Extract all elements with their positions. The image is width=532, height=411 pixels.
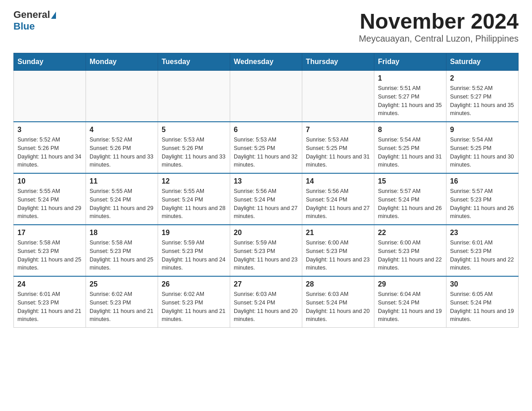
calendar-cell: 27Sunrise: 6:03 AM Sunset: 5:24 PM Dayli… bbox=[230, 276, 302, 328]
day-info: Sunrise: 5:58 AM Sunset: 5:23 PM Dayligh… bbox=[90, 239, 154, 272]
day-info: Sunrise: 6:02 AM Sunset: 5:23 PM Dayligh… bbox=[90, 290, 154, 324]
calendar-cell: 17Sunrise: 5:58 AM Sunset: 5:23 PM Dayli… bbox=[14, 225, 86, 276]
calendar-cell: 4Sunrise: 5:52 AM Sunset: 5:26 PM Daylig… bbox=[86, 122, 158, 173]
col-header-saturday: Saturday bbox=[446, 53, 519, 71]
day-number: 30 bbox=[450, 280, 515, 288]
day-number: 12 bbox=[162, 177, 226, 185]
col-header-wednesday: Wednesday bbox=[230, 53, 302, 71]
day-info: Sunrise: 6:00 AM Sunset: 5:23 PM Dayligh… bbox=[378, 239, 442, 272]
calendar-cell: 15Sunrise: 5:57 AM Sunset: 5:24 PM Dayli… bbox=[374, 173, 446, 225]
day-number: 7 bbox=[306, 126, 370, 134]
calendar-cell: 2Sunrise: 5:52 AM Sunset: 5:27 PM Daylig… bbox=[446, 71, 519, 122]
day-info: Sunrise: 6:00 AM Sunset: 5:23 PM Dayligh… bbox=[306, 239, 370, 272]
day-info: Sunrise: 5:59 AM Sunset: 5:23 PM Dayligh… bbox=[234, 239, 298, 272]
col-header-friday: Friday bbox=[374, 53, 446, 71]
day-number: 23 bbox=[450, 229, 515, 237]
day-info: Sunrise: 6:01 AM Sunset: 5:23 PM Dayligh… bbox=[17, 290, 82, 324]
title-block: November 2024 Meycauayan, Central Luzon,… bbox=[359, 9, 519, 44]
day-number: 10 bbox=[17, 177, 82, 185]
day-info: Sunrise: 5:54 AM Sunset: 5:25 PM Dayligh… bbox=[450, 136, 515, 169]
calendar-cell: 10Sunrise: 5:55 AM Sunset: 5:24 PM Dayli… bbox=[14, 173, 86, 225]
day-number: 11 bbox=[90, 177, 154, 185]
day-info: Sunrise: 5:52 AM Sunset: 5:26 PM Dayligh… bbox=[90, 136, 154, 169]
day-info: Sunrise: 6:03 AM Sunset: 5:24 PM Dayligh… bbox=[306, 290, 370, 324]
calendar-cell: 8Sunrise: 5:54 AM Sunset: 5:25 PM Daylig… bbox=[374, 122, 446, 173]
calendar-week-1: 1Sunrise: 5:51 AM Sunset: 5:27 PM Daylig… bbox=[14, 71, 519, 122]
calendar-cell: 11Sunrise: 5:55 AM Sunset: 5:24 PM Dayli… bbox=[86, 173, 158, 225]
calendar-table: SundayMondayTuesdayWednesdayThursdayFrid… bbox=[13, 53, 519, 328]
day-number: 16 bbox=[450, 177, 515, 185]
day-number: 27 bbox=[234, 280, 298, 288]
calendar-cell: 6Sunrise: 5:53 AM Sunset: 5:25 PM Daylig… bbox=[230, 122, 302, 173]
calendar-cell: 24Sunrise: 6:01 AM Sunset: 5:23 PM Dayli… bbox=[14, 276, 86, 328]
calendar-header-row: SundayMondayTuesdayWednesdayThursdayFrid… bbox=[14, 53, 519, 71]
calendar-cell: 25Sunrise: 6:02 AM Sunset: 5:23 PM Dayli… bbox=[86, 276, 158, 328]
day-number: 17 bbox=[17, 229, 82, 237]
day-info: Sunrise: 5:53 AM Sunset: 5:25 PM Dayligh… bbox=[234, 136, 298, 169]
day-info: Sunrise: 5:52 AM Sunset: 5:26 PM Dayligh… bbox=[17, 136, 82, 169]
calendar-cell: 9Sunrise: 5:54 AM Sunset: 5:25 PM Daylig… bbox=[446, 122, 519, 173]
logo: General Blue bbox=[13, 9, 56, 33]
day-info: Sunrise: 5:56 AM Sunset: 5:24 PM Dayligh… bbox=[306, 187, 370, 221]
calendar-cell: 20Sunrise: 5:59 AM Sunset: 5:23 PM Dayli… bbox=[230, 225, 302, 276]
col-header-monday: Monday bbox=[86, 53, 158, 71]
calendar-week-4: 17Sunrise: 5:58 AM Sunset: 5:23 PM Dayli… bbox=[14, 225, 519, 276]
day-info: Sunrise: 5:52 AM Sunset: 5:27 PM Dayligh… bbox=[450, 84, 515, 118]
calendar-cell bbox=[158, 71, 230, 122]
calendar-cell bbox=[14, 71, 86, 122]
day-number: 9 bbox=[450, 126, 515, 134]
day-number: 25 bbox=[90, 280, 154, 288]
day-number: 13 bbox=[234, 177, 298, 185]
day-number: 1 bbox=[378, 74, 442, 82]
calendar-cell: 26Sunrise: 6:02 AM Sunset: 5:23 PM Dayli… bbox=[158, 276, 230, 328]
day-info: Sunrise: 5:51 AM Sunset: 5:27 PM Dayligh… bbox=[378, 84, 442, 118]
calendar-cell bbox=[86, 71, 158, 122]
calendar-cell: 18Sunrise: 5:58 AM Sunset: 5:23 PM Dayli… bbox=[86, 225, 158, 276]
calendar-cell: 3Sunrise: 5:52 AM Sunset: 5:26 PM Daylig… bbox=[14, 122, 86, 173]
month-title: November 2024 bbox=[359, 9, 519, 34]
day-number: 2 bbox=[450, 74, 515, 82]
day-number: 5 bbox=[162, 126, 226, 134]
day-info: Sunrise: 6:04 AM Sunset: 5:24 PM Dayligh… bbox=[378, 290, 442, 324]
day-number: 22 bbox=[378, 229, 442, 237]
day-info: Sunrise: 6:02 AM Sunset: 5:23 PM Dayligh… bbox=[162, 290, 226, 324]
day-number: 8 bbox=[378, 126, 442, 134]
day-info: Sunrise: 5:54 AM Sunset: 5:25 PM Dayligh… bbox=[378, 136, 442, 169]
calendar-week-2: 3Sunrise: 5:52 AM Sunset: 5:26 PM Daylig… bbox=[14, 122, 519, 173]
calendar-week-3: 10Sunrise: 5:55 AM Sunset: 5:24 PM Dayli… bbox=[14, 173, 519, 225]
calendar-cell: 30Sunrise: 6:05 AM Sunset: 5:24 PM Dayli… bbox=[446, 276, 519, 328]
day-number: 21 bbox=[306, 229, 370, 237]
day-info: Sunrise: 5:56 AM Sunset: 5:24 PM Dayligh… bbox=[234, 187, 298, 221]
day-number: 14 bbox=[306, 177, 370, 185]
calendar-cell bbox=[302, 71, 374, 122]
day-info: Sunrise: 6:03 AM Sunset: 5:24 PM Dayligh… bbox=[234, 290, 298, 324]
calendar-cell: 23Sunrise: 6:01 AM Sunset: 5:23 PM Dayli… bbox=[446, 225, 519, 276]
day-info: Sunrise: 5:59 AM Sunset: 5:23 PM Dayligh… bbox=[162, 239, 226, 272]
logo-text: General Blue bbox=[13, 9, 56, 33]
calendar-cell: 22Sunrise: 6:00 AM Sunset: 5:23 PM Dayli… bbox=[374, 225, 446, 276]
day-info: Sunrise: 5:55 AM Sunset: 5:24 PM Dayligh… bbox=[162, 187, 226, 221]
day-number: 19 bbox=[162, 229, 226, 237]
day-info: Sunrise: 5:57 AM Sunset: 5:23 PM Dayligh… bbox=[450, 187, 515, 221]
day-info: Sunrise: 5:55 AM Sunset: 5:24 PM Dayligh… bbox=[90, 187, 154, 221]
calendar-cell: 29Sunrise: 6:04 AM Sunset: 5:24 PM Dayli… bbox=[374, 276, 446, 328]
day-number: 4 bbox=[90, 126, 154, 134]
calendar-cell: 5Sunrise: 5:53 AM Sunset: 5:26 PM Daylig… bbox=[158, 122, 230, 173]
col-header-tuesday: Tuesday bbox=[158, 53, 230, 71]
day-number: 20 bbox=[234, 229, 298, 237]
calendar-cell: 14Sunrise: 5:56 AM Sunset: 5:24 PM Dayli… bbox=[302, 173, 374, 225]
page-header: General Blue November 2024 Meycauayan, C… bbox=[13, 9, 519, 44]
day-info: Sunrise: 6:05 AM Sunset: 5:24 PM Dayligh… bbox=[450, 290, 515, 324]
day-info: Sunrise: 5:57 AM Sunset: 5:24 PM Dayligh… bbox=[378, 187, 442, 221]
calendar-cell: 13Sunrise: 5:56 AM Sunset: 5:24 PM Dayli… bbox=[230, 173, 302, 225]
day-number: 3 bbox=[17, 126, 82, 134]
col-header-sunday: Sunday bbox=[14, 53, 86, 71]
day-number: 26 bbox=[162, 280, 226, 288]
day-number: 28 bbox=[306, 280, 370, 288]
day-info: Sunrise: 6:01 AM Sunset: 5:23 PM Dayligh… bbox=[450, 239, 515, 272]
calendar-cell: 7Sunrise: 5:53 AM Sunset: 5:25 PM Daylig… bbox=[302, 122, 374, 173]
day-number: 24 bbox=[17, 280, 82, 288]
calendar-cell: 19Sunrise: 5:59 AM Sunset: 5:23 PM Dayli… bbox=[158, 225, 230, 276]
day-number: 15 bbox=[378, 177, 442, 185]
calendar-cell bbox=[230, 71, 302, 122]
